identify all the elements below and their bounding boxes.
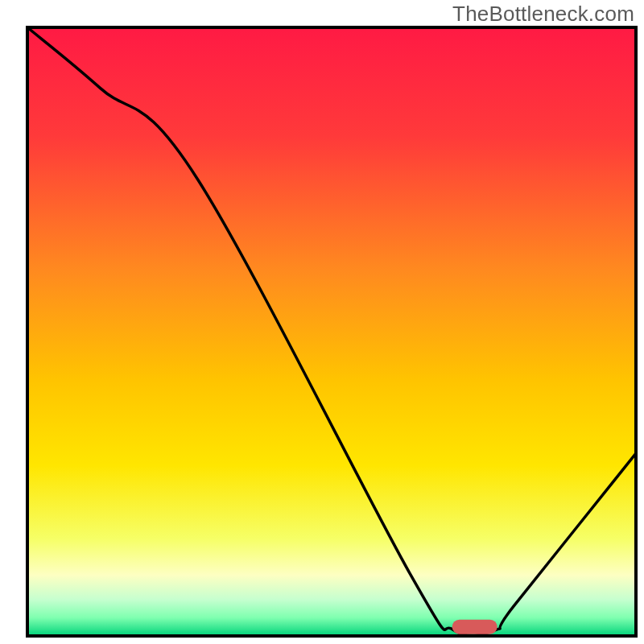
optimum-marker <box>452 620 497 634</box>
bottleneck-chart <box>0 0 644 644</box>
plot-background <box>27 27 636 636</box>
chart-stage: TheBottleneck.com <box>0 0 644 644</box>
